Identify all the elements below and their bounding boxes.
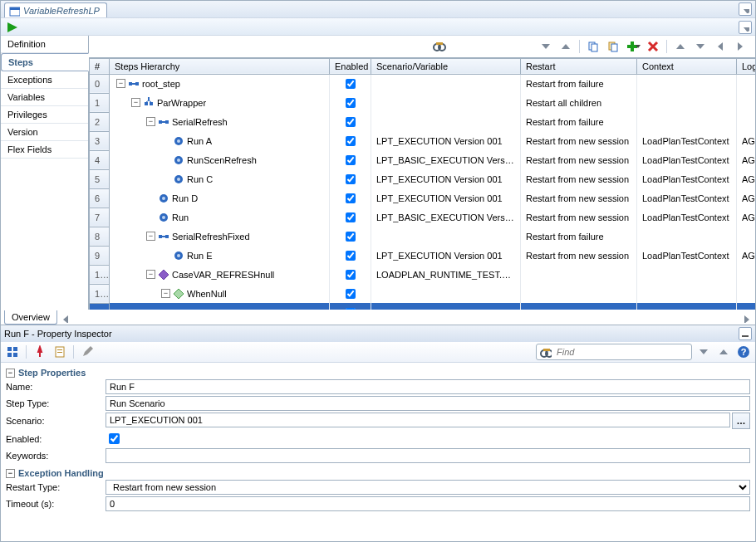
restart-type-label: Restart Type: <box>6 482 106 492</box>
timeout-input[interactable] <box>106 496 750 511</box>
table-row[interactable]: 3Run ALPT_EXECUTION Version 001Restart f… <box>90 131 756 150</box>
cell-scen <box>371 93 521 112</box>
enabled-checkbox[interactable] <box>346 136 356 146</box>
minimize-inspector-button[interactable] <box>739 327 752 340</box>
new-sheet-button[interactable] <box>52 344 68 360</box>
side-tab-version[interactable]: Version <box>1 124 88 141</box>
table-row[interactable]: 7RunLPT_BASIC_EXECUTION Version 001Resta… <box>90 208 756 227</box>
step-type-input[interactable] <box>106 396 750 411</box>
enabled-checkbox[interactable] <box>346 98 356 108</box>
scroll-right-icon[interactable] <box>740 313 750 323</box>
side-tab-privileges[interactable]: Privileges <box>1 106 88 124</box>
side-tab-exceptions[interactable]: Exceptions <box>1 71 88 89</box>
cell-agent: AGENT_1 <box>737 150 756 169</box>
editor-tab[interactable]: VariableRefreshLP <box>4 2 107 18</box>
tree-expander[interactable]: − <box>131 98 140 107</box>
search-button[interactable] <box>431 38 448 55</box>
table-row[interactable]: 10−CaseVAR_REFRESHnullLOADPLAN_RUNTIME_T… <box>90 265 756 284</box>
table-row[interactable]: 8−SerialRefreshFixedRestart from failure <box>90 227 756 246</box>
toggle-view-button[interactable] <box>4 344 21 360</box>
tree-expander[interactable]: − <box>161 289 170 298</box>
col-number[interactable]: # <box>90 58 110 74</box>
enabled-checkbox[interactable] <box>346 117 356 127</box>
enabled-checkbox[interactable] <box>346 289 356 299</box>
table-row[interactable]: 11−WhenNull <box>90 284 756 303</box>
find-next-button[interactable] <box>695 344 712 360</box>
keywords-input[interactable] <box>106 448 750 463</box>
col-hierarchy[interactable]: Steps Hierarchy <box>110 58 330 74</box>
enabled-checkbox[interactable] <box>346 270 356 280</box>
outdent-button[interactable] <box>712 38 729 55</box>
enabled-checkbox[interactable] <box>346 232 356 242</box>
indent-button[interactable] <box>732 38 749 55</box>
tree-expander[interactable]: − <box>146 270 155 279</box>
tree-expander[interactable]: − <box>146 232 155 241</box>
cell-agent: AGENT_1 <box>737 131 756 150</box>
collapse-editor-button[interactable] <box>739 2 752 16</box>
scroll-left-icon[interactable] <box>59 313 69 323</box>
table-row[interactable]: 2−SerialRefreshRestart from failure <box>90 112 756 131</box>
col-scenario[interactable]: Scenario/Variable <box>371 58 521 74</box>
table-row[interactable]: 12Run FLPT_EXECUTION Version 001Restart … <box>90 303 756 310</box>
cell-agent: AGENT_1 <box>737 169 756 188</box>
shift-up-button[interactable] <box>672 38 689 55</box>
table-row[interactable]: 4RunScenRefreshLPT_BASIC_EXECUTION Versi… <box>90 150 756 169</box>
copy-button[interactable] <box>585 38 601 55</box>
table-row[interactable]: 0−root_stepRestart from failure <box>90 74 756 93</box>
side-tab-variables[interactable]: Variables <box>1 89 88 106</box>
shift-down-button[interactable] <box>692 38 709 55</box>
paste-button[interactable] <box>605 38 621 55</box>
move-down-button[interactable] <box>538 38 554 55</box>
cell-ctx <box>637 112 737 131</box>
side-tab-flex-fields[interactable]: Flex Fields <box>1 141 88 159</box>
pin-button[interactable] <box>32 344 48 360</box>
collapse-section-icon[interactable]: − <box>6 369 15 378</box>
cell-restart: Restart from new session <box>521 169 637 188</box>
overview-tab[interactable]: Overview <box>4 310 57 325</box>
cell-restart <box>521 265 637 284</box>
help-button[interactable] <box>735 344 752 360</box>
col-context[interactable]: Context <box>637 58 737 74</box>
find-prev-button[interactable] <box>715 344 732 360</box>
table-row[interactable]: 9Run ELPT_EXECUTION Version 001Restart f… <box>90 246 756 265</box>
cell-ctx: LoadPlanTestContext <box>637 131 737 150</box>
enabled-checkbox[interactable] <box>346 212 356 222</box>
move-up-button[interactable] <box>557 38 574 55</box>
svg-rect-28 <box>742 335 749 337</box>
enabled-checkbox[interactable] <box>346 174 356 184</box>
cell-ctx: LoadPlanTestContext <box>637 208 737 227</box>
document-icon <box>8 5 20 17</box>
side-tab-steps[interactable]: Steps <box>1 53 89 71</box>
steps-table[interactable]: # Steps Hierarchy Enabled Scenario/Varia… <box>89 58 755 310</box>
cell-scen: LOADPLAN_RUNTIME_TEST.VAR_… <box>371 265 521 284</box>
cell-restart: Restart from new session <box>521 246 637 265</box>
tree-expander[interactable]: − <box>116 79 125 88</box>
step-label: WhenNull <box>187 289 227 299</box>
delete-step-button[interactable] <box>645 38 661 55</box>
enabled-checkbox[interactable] <box>346 251 356 261</box>
side-tab-definition[interactable]: Definition <box>1 36 88 53</box>
enabled-checkbox[interactable] <box>346 193 356 203</box>
restart-type-select[interactable]: Restart from new session <box>106 480 750 495</box>
run-button[interactable] <box>6 21 17 32</box>
enabled-checkbox[interactable] <box>109 433 120 444</box>
collapse-section-icon[interactable]: − <box>6 469 15 478</box>
col-enabled[interactable]: Enabled <box>330 58 371 74</box>
col-agent[interactable]: Logical Agent <box>737 58 756 74</box>
tree-expander[interactable]: − <box>146 117 155 126</box>
name-input[interactable] <box>106 379 750 394</box>
find-box[interactable] <box>536 344 692 360</box>
collapse-run-toolbar-button[interactable] <box>739 21 752 34</box>
enabled-checkbox[interactable] <box>346 155 356 165</box>
enabled-checkbox[interactable] <box>346 79 356 89</box>
scenario-input[interactable] <box>106 413 730 427</box>
col-restart[interactable]: Restart <box>521 58 637 74</box>
table-row[interactable]: 5Run CLPT_EXECUTION Version 001Restart f… <box>90 169 756 188</box>
table-row[interactable]: 1−ParWrapperRestart all children <box>90 93 756 112</box>
find-input[interactable] <box>555 346 691 358</box>
cell-ctx: LoadPlanTestContext <box>637 246 737 265</box>
edit-button[interactable] <box>79 344 96 360</box>
add-step-button[interactable] <box>625 38 641 55</box>
scenario-browse-button[interactable]: … <box>732 413 750 429</box>
table-row[interactable]: 6Run DLPT_EXECUTION Version 001Restart f… <box>90 188 756 208</box>
